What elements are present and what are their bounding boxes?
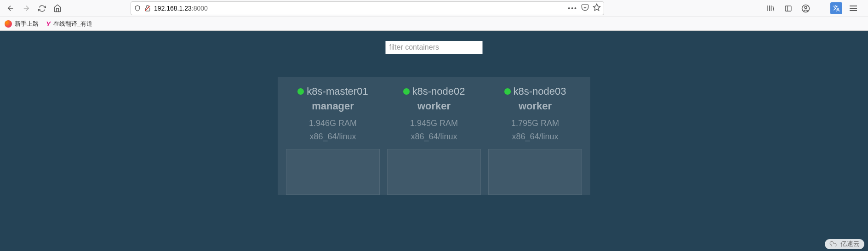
node-card-node02[interactable]: k8s-node02 worker 1.945G RAM x86_64/linu…	[387, 86, 481, 195]
node-arch: x86_64/linux	[411, 132, 457, 142]
node-card-node03[interactable]: k8s-node03 worker 1.795G RAM x86_64/linu…	[488, 86, 582, 195]
youdao-icon: Y	[46, 20, 51, 28]
watermark-logo-icon	[829, 240, 839, 248]
bookmark-youdao[interactable]: Y 在线翻译_有道	[46, 20, 92, 28]
node-ram: 1.945G RAM	[410, 119, 458, 128]
pocket-icon[interactable]	[581, 4, 589, 13]
url-bar[interactable]: 192.168.1.23:8000 •••	[131, 1, 604, 15]
status-dot-icon	[403, 88, 410, 95]
back-button[interactable]	[4, 1, 17, 15]
translate-extension-icon[interactable]	[830, 2, 842, 14]
nodes-panel: k8s-master01 manager 1.946G RAM x86_64/l…	[278, 77, 590, 195]
svg-marker-2	[594, 4, 600, 11]
node-role: worker	[417, 100, 451, 112]
browser-toolbar: 192.168.1.23:8000 •••	[0, 0, 868, 17]
status-dot-icon	[504, 88, 511, 95]
menu-icon[interactable]	[847, 2, 860, 15]
node-role: manager	[312, 100, 354, 112]
node-arch: x86_64/linux	[512, 132, 558, 142]
firefox-icon	[5, 20, 12, 28]
node-name: k8s-master01	[307, 86, 368, 97]
node-containers-box	[488, 149, 582, 195]
watermark: 亿速云	[825, 239, 864, 249]
node-name: k8s-node03	[514, 86, 566, 97]
bookmarks-bar: 新手上路 Y 在线翻译_有道	[0, 17, 868, 31]
insecure-icon	[144, 5, 151, 12]
node-name: k8s-node02	[412, 86, 465, 97]
node-card-master01[interactable]: k8s-master01 manager 1.946G RAM x86_64/l…	[286, 86, 380, 195]
node-containers-box	[387, 149, 481, 195]
node-role: worker	[519, 100, 552, 112]
sidebar-icon[interactable]	[782, 2, 794, 15]
home-button[interactable]	[51, 1, 64, 15]
filter-input[interactable]	[386, 41, 483, 54]
reload-button[interactable]	[35, 1, 49, 15]
svg-line-6	[773, 6, 774, 11]
bookmark-star-icon[interactable]	[593, 3, 601, 13]
node-containers-box	[286, 149, 380, 195]
library-icon[interactable]	[764, 2, 777, 15]
svg-rect-7	[785, 6, 791, 11]
node-arch: x86_64/linux	[309, 132, 356, 142]
status-dot-icon	[297, 88, 304, 95]
page-content: k8s-master01 manager 1.946G RAM x86_64/l…	[0, 31, 868, 251]
forward-button[interactable]	[19, 1, 33, 15]
url-text: 192.168.1.23:8000	[154, 5, 565, 12]
shield-icon	[134, 5, 141, 12]
node-ram: 1.795G RAM	[511, 119, 559, 128]
svg-point-10	[805, 6, 807, 8]
page-actions-icon[interactable]: •••	[568, 5, 577, 12]
account-icon[interactable]	[799, 2, 812, 15]
bookmark-getting-started[interactable]: 新手上路	[5, 20, 39, 28]
node-ram: 1.946G RAM	[309, 119, 357, 128]
